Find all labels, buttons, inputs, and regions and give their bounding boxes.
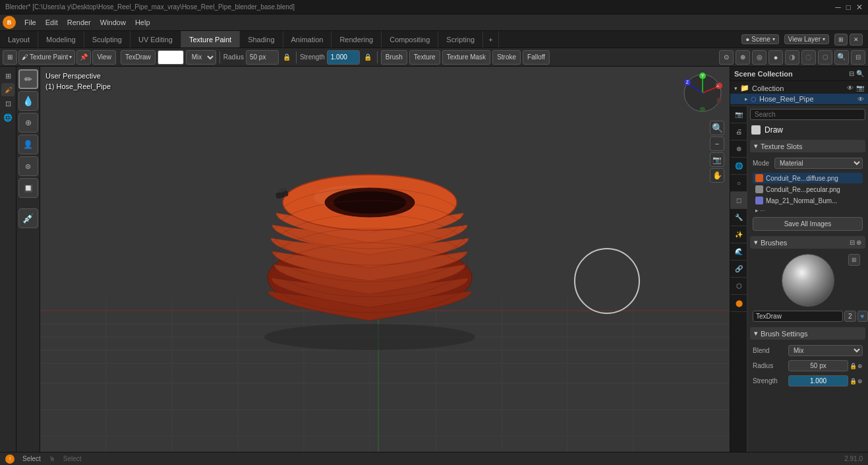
blend-mode-select[interactable]: Mix <box>186 50 216 65</box>
maximize-btn[interactable]: □ <box>846 3 851 12</box>
brush-fav-btn[interactable]: ♥ <box>857 311 868 322</box>
prop-tab-physics[interactable]: 🌊 <box>730 243 747 261</box>
save-all-images-btn[interactable]: Save All Images <box>753 217 863 231</box>
zoom-out-btn[interactable]: − <box>710 137 724 151</box>
hose-visibility-icon[interactable]: 👁 <box>857 96 864 103</box>
prop-tab-particles[interactable]: ✨ <box>730 226 747 243</box>
viewport-render-btn[interactable]: ⬡ <box>818 50 832 65</box>
data-icon[interactable]: ⊡ <box>1 97 14 110</box>
prop-tab-object[interactable]: ◻ <box>730 192 747 209</box>
menu-edit[interactable]: Edit <box>41 17 63 28</box>
search-icon-btn[interactable]: 🔍 <box>834 50 849 65</box>
prop-tab-world[interactable]: ○ <box>730 175 747 192</box>
texture-slots-header[interactable]: ▾ Texture Slots <box>750 140 865 152</box>
editor-type-btn[interactable]: 🖌 Texture Paint ▾ <box>18 50 75 65</box>
tab-compositing[interactable]: Compositing <box>382 31 438 47</box>
zoom-in-btn[interactable]: 🔍 <box>710 121 724 135</box>
close-btn[interactable]: ✕ <box>856 3 863 12</box>
modes-icon[interactable]: ⊞ <box>1 69 14 82</box>
eyedropper-btn[interactable]: 💉 <box>18 208 38 228</box>
viewport[interactable]: User Perspective (1) Hose_Reel_Pipe X Y <box>40 67 730 452</box>
texture-mask-btn[interactable]: Texture Mask <box>442 50 490 65</box>
prop-tab-output[interactable]: 🖨 <box>730 123 747 140</box>
prop-tab-modifier[interactable]: 🔧 <box>730 209 747 226</box>
tab-add[interactable]: + <box>483 31 498 47</box>
prop-tab-constraints[interactable]: 🔗 <box>730 261 747 278</box>
brushes-copy-icon[interactable]: ⊕ <box>856 239 861 246</box>
blender-logo[interactable]: B <box>3 16 16 29</box>
soften-btn[interactable]: ⊛ <box>18 156 38 176</box>
brush-name-display[interactable]: TexDraw <box>121 50 156 65</box>
texture-slot-1[interactable]: Conduit_Re...diffuse.png <box>753 173 863 183</box>
radius-lock-icon[interactable]: 🔒 <box>850 363 857 369</box>
engine-selector[interactable]: ● Scene ▾ <box>741 34 778 44</box>
viewport-shade-material-btn[interactable]: ◑ <box>785 50 799 65</box>
tab-scripting[interactable]: Scripting <box>438 31 483 47</box>
mask-brush-btn[interactable]: 🔲 <box>18 178 38 198</box>
tab-uv-editing[interactable]: UV Editing <box>130 31 181 47</box>
viewport-shade-btn[interactable]: ⊞ <box>3 50 17 65</box>
fill-btn[interactable]: 💧 <box>18 91 38 111</box>
strength-input[interactable]: 1.000 <box>327 50 360 65</box>
prop-tab-data[interactable]: ⬡ <box>730 278 747 295</box>
strength-prop-value[interactable]: 1.000 <box>788 375 848 387</box>
view-layer-selector[interactable]: View Layer ▾ <box>784 34 829 44</box>
tab-shading[interactable]: Shading <box>240 31 283 47</box>
falloff-btn[interactable]: Falloff <box>523 50 550 65</box>
viewport-shade-render-btn[interactable]: ◌ <box>801 50 816 65</box>
collection-render-icon[interactable]: 📷 <box>856 84 864 92</box>
brush-settings-header[interactable]: ▾ Brush Settings <box>750 327 865 340</box>
collection-visibility-icon[interactable]: 👁 <box>847 84 854 92</box>
tab-layout[interactable]: Layout <box>0 31 38 47</box>
expand-slots-btn[interactable]: ▸ ··· <box>753 206 863 214</box>
props-search-input[interactable] <box>750 109 865 120</box>
smear-btn[interactable]: 👤 <box>18 135 38 154</box>
collection-item[interactable]: ▾ 📁 Collection 👁 📷 <box>730 82 868 94</box>
outliner-search-icon[interactable]: 🔍 <box>856 70 864 77</box>
tab-sculpting[interactable]: Sculpting <box>84 31 130 47</box>
scene-icon[interactable]: 🌐 <box>1 111 14 124</box>
strength-lock-btn[interactable]: 🔒 <box>362 51 374 63</box>
mode-select[interactable]: Material <box>774 158 863 169</box>
paint-icon[interactable]: 🖌 <box>1 83 14 96</box>
texture-menu-btn[interactable]: Texture <box>409 50 440 65</box>
strength-lock-icon[interactable]: 🔒 <box>850 378 857 385</box>
menu-window[interactable]: Window <box>96 17 130 28</box>
color-swatch[interactable] <box>158 50 184 65</box>
radius-input[interactable]: 50 px <box>246 50 279 65</box>
radius-prop-value[interactable]: 50 px <box>788 360 848 371</box>
tab-texture-paint[interactable]: Texture Paint <box>181 31 240 47</box>
draw-brush-btn[interactable]: ✏ <box>18 69 38 89</box>
minimize-btn[interactable]: ─ <box>835 3 841 12</box>
hose-reel-item[interactable]: ▸ ⬡ Hose_Reel_Pipe 👁 <box>730 94 868 104</box>
outliner-filter-icon[interactable]: ⊟ <box>849 70 854 77</box>
prop-tab-material[interactable]: ⬤ <box>730 295 747 312</box>
tab-rendering[interactable]: Rendering <box>332 31 382 47</box>
strength-pressure-icon[interactable]: ⊕ <box>857 378 863 385</box>
window-options[interactable]: ⊞ ✕ <box>834 34 863 46</box>
tab-modeling[interactable]: Modeling <box>38 31 84 47</box>
filter-btn[interactable]: ⊟ <box>851 50 865 65</box>
view-menu-btn[interactable]: View <box>92 50 116 65</box>
toggle-camera-btn[interactable]: 📷 <box>710 152 724 167</box>
prop-tab-view-layer[interactable]: ⊕ <box>730 140 747 158</box>
texture-slot-2[interactable]: Conduit_Re...pecular.png <box>753 184 863 195</box>
tab-animation[interactable]: Animation <box>283 31 332 47</box>
viewport-overlay-btn[interactable]: ⊙ <box>719 50 734 65</box>
radius-lock-btn[interactable]: 🔒 <box>281 51 293 63</box>
navigation-gizmo[interactable]: X Y Z <box>681 72 724 115</box>
radius-pressure-icon[interactable]: ⊕ <box>857 363 863 369</box>
stroke-btn[interactable]: Stroke <box>492 50 521 65</box>
pan-btn[interactable]: ✋ <box>710 168 724 183</box>
brush-name-input[interactable] <box>753 311 843 322</box>
prop-tab-render[interactable]: 📷 <box>730 106 747 123</box>
menu-file[interactable]: File <box>20 17 41 28</box>
brushes-expand-icon[interactable]: ⊟ <box>850 239 855 246</box>
brush-preview-copy-btn[interactable]: ⊞ <box>848 254 860 266</box>
pin-btn[interactable]: 📌 <box>76 50 91 65</box>
brushes-header[interactable]: ▾ Brushes ⊟ ⊕ <box>750 236 865 249</box>
prop-tab-scene[interactable]: 🌐 <box>730 158 747 175</box>
viewport-shade-solid-btn[interactable]: ● <box>768 50 783 65</box>
brush-menu-btn[interactable]: Brush <box>381 50 407 65</box>
clone-btn[interactable]: ⊕ <box>18 113 38 133</box>
